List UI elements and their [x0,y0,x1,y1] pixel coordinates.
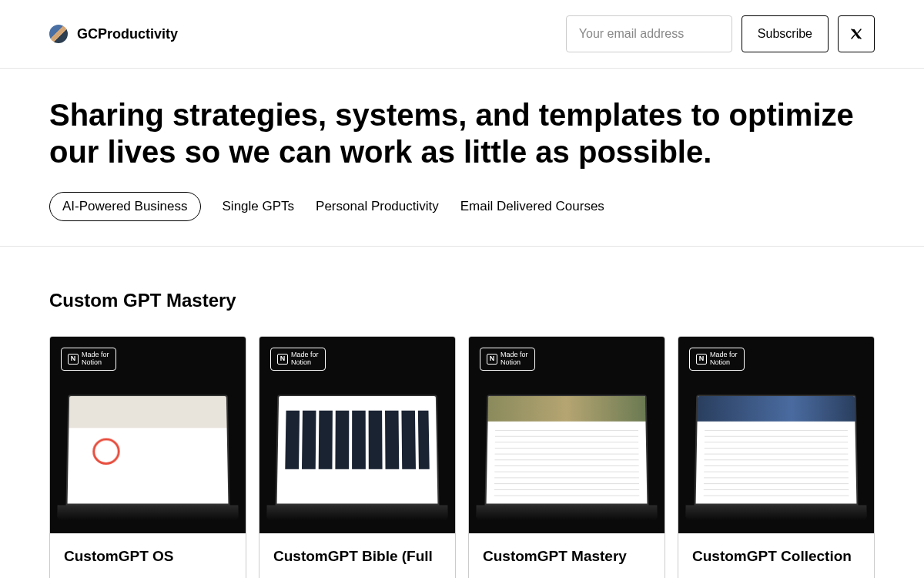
notion-badge: N Made forNotion [270,348,326,371]
brand[interactable]: GCProductivity [49,25,178,43]
x-twitter-button[interactable] [838,15,875,52]
product-card[interactable]: N Made forNotion CustomGPT Bible (Full [259,336,456,578]
notion-badge: N Made forNotion [480,348,535,371]
product-card[interactable]: N Made forNotion CustomGPT Collection [678,336,875,578]
hero-title: Sharing strategies, systems, and templat… [49,96,865,170]
product-card[interactable]: N Made forNotion CustomGPT OS [49,336,246,578]
product-title: CustomGPT OS [64,547,232,566]
brand-name: GCProductivity [77,26,178,42]
product-thumbnail: N Made forNotion [469,337,665,533]
notion-icon: N [696,354,707,365]
product-thumbnail: N Made forNotion [678,337,874,533]
notion-icon: N [277,354,288,365]
email-input[interactable] [566,15,732,52]
tab-personal-productivity[interactable]: Personal Productivity [316,193,439,220]
subscribe-button[interactable]: Subscribe [742,15,829,52]
product-card[interactable]: N Made forNotion CustomGPT Mastery [468,336,665,578]
notion-icon: N [487,354,497,365]
notion-badge: N Made forNotion [61,348,116,371]
tab-single-gpts[interactable]: Single GPTs [223,193,295,220]
product-thumbnail: N Made forNotion [259,337,455,533]
section-title: Custom GPT Mastery [49,290,875,311]
product-thumbnail: N Made forNotion [50,337,246,533]
tab-email-courses[interactable]: Email Delivered Courses [460,193,604,220]
brand-avatar [49,25,68,43]
header: GCProductivity Subscribe [0,0,924,69]
notion-badge: N Made forNotion [689,348,745,371]
notion-icon: N [68,354,79,365]
product-title: CustomGPT Bible (Full [273,547,441,566]
category-tabs: AI-Powered Business Single GPTs Personal… [49,192,875,221]
product-title: CustomGPT Mastery [483,547,651,566]
tab-ai-powered-business[interactable]: AI-Powered Business [49,192,201,221]
products-section: Custom GPT Mastery N Made forNotion Cust… [0,247,924,578]
product-title: CustomGPT Collection [692,547,860,566]
header-actions: Subscribe [566,15,875,52]
products-grid: N Made forNotion CustomGPT OS N Made for… [49,336,875,578]
x-twitter-icon [849,27,863,41]
hero: Sharing strategies, systems, and templat… [0,69,924,247]
